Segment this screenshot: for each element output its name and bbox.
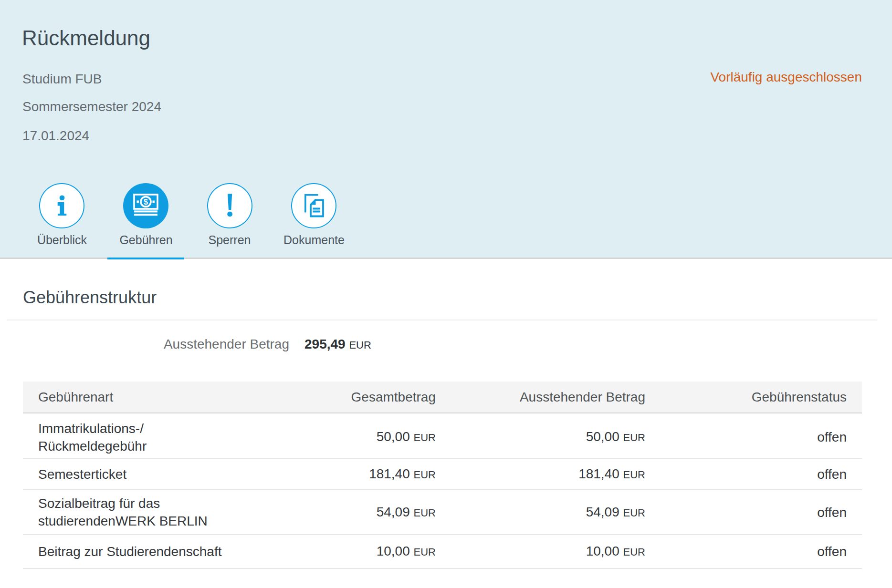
svg-text:$: $ (144, 198, 148, 206)
